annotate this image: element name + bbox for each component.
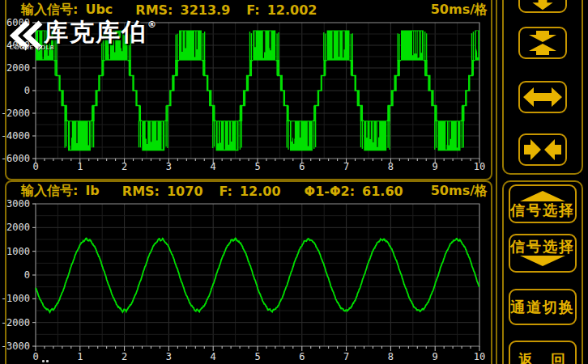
svg-text:9: 9 bbox=[432, 161, 438, 172]
freq-value: 12.002 bbox=[267, 2, 317, 18]
logo-registered-mark: ® bbox=[147, 19, 156, 30]
channel-switch-label: 通道切换 bbox=[510, 299, 575, 315]
compress-horizontal-button[interactable] bbox=[518, 133, 567, 166]
svg-text:1: 1 bbox=[77, 161, 83, 172]
brand-logo: 库克库伯 ® COOKE KOLB bbox=[6, 18, 156, 51]
rms-label: RMS: bbox=[122, 184, 160, 199]
svg-text:1: 1 bbox=[77, 351, 83, 362]
compress-vertical-button[interactable] bbox=[518, 27, 567, 59]
signal-name: Ubc bbox=[85, 2, 113, 19]
phase-label: Φ1-Φ2: bbox=[305, 184, 356, 199]
rms-value: 1070 bbox=[167, 184, 203, 199]
svg-text:10: 10 bbox=[474, 351, 485, 362]
svg-text:-3000: -3000 bbox=[1, 341, 30, 352]
svg-text:0: 0 bbox=[24, 85, 30, 96]
svg-text:-4000: -4000 bbox=[1, 130, 30, 142]
compress-horizontal-icon bbox=[520, 136, 565, 163]
svg-text:10: 10 bbox=[474, 161, 485, 172]
svg-text:5: 5 bbox=[254, 161, 260, 172]
signal-select-up-button[interactable]: 信号选择 bbox=[509, 184, 577, 223]
rms-label: RMS: bbox=[135, 2, 173, 18]
expand-horizontal-button[interactable] bbox=[518, 81, 567, 113]
logo-text: 库克库伯 bbox=[44, 18, 147, 47]
svg-text:0: 0 bbox=[24, 269, 30, 281]
return-button[interactable]: 返 回 bbox=[509, 341, 577, 364]
signal-name: Ib bbox=[85, 183, 99, 200]
svg-text:9: 9 bbox=[432, 351, 438, 362]
svg-text:7: 7 bbox=[343, 161, 349, 172]
bottom-waveform-chart: 3000200010000-1000-2000-3000012345678910 bbox=[0, 180, 491, 364]
svg-text:4: 4 bbox=[211, 161, 216, 172]
expand-horizontal-icon bbox=[520, 83, 565, 111]
arrow-up-icon bbox=[517, 189, 569, 202]
artifact-dots bbox=[42, 360, 45, 362]
signal-select-down-button[interactable]: 信号选择 bbox=[509, 234, 577, 273]
svg-text:-6000: -6000 bbox=[1, 153, 30, 164]
svg-text:2000: 2000 bbox=[6, 222, 30, 233]
timebase-value: 50ms/格 bbox=[431, 2, 488, 19]
signal-select-up-label: 信号选择 bbox=[510, 202, 575, 218]
svg-text:2: 2 bbox=[121, 351, 127, 362]
sidebar-divider bbox=[496, 0, 497, 364]
freq-label: F: bbox=[219, 184, 232, 199]
svg-text:-2000: -2000 bbox=[1, 108, 30, 119]
freq-label: F: bbox=[246, 2, 259, 18]
svg-text:3000: 3000 bbox=[6, 198, 30, 210]
svg-text:6: 6 bbox=[299, 161, 305, 172]
oscilloscope-screen: 6000400020000-2000-4000-6000012345678910… bbox=[0, 0, 588, 364]
top-header: 输入信号: Ubc RMS: 3213.9 F: 12.002 50ms/格 bbox=[21, 2, 488, 19]
compress-vertical-icon bbox=[520, 28, 565, 57]
svg-text:3: 3 bbox=[166, 161, 172, 172]
svg-text:2: 2 bbox=[121, 161, 127, 172]
svg-text:4: 4 bbox=[211, 351, 216, 362]
signal-label: 输入信号: bbox=[21, 2, 78, 19]
svg-text:0: 0 bbox=[32, 351, 38, 362]
svg-text:0: 0 bbox=[32, 161, 38, 172]
svg-text:7: 7 bbox=[343, 351, 349, 362]
svg-text:8: 8 bbox=[388, 351, 394, 362]
timebase-value: 50ms/格 bbox=[431, 183, 488, 200]
logo-subtext: COOKE KOLB bbox=[10, 44, 55, 51]
expand-vertical-button[interactable] bbox=[518, 0, 567, 13]
channel-switch-button[interactable]: 通道切换 bbox=[509, 289, 577, 325]
arrow-down-icon bbox=[517, 255, 569, 268]
svg-text:-2000: -2000 bbox=[1, 317, 30, 328]
svg-text:3: 3 bbox=[166, 351, 172, 362]
expand-vertical-icon bbox=[520, 0, 565, 11]
svg-text:6: 6 bbox=[299, 351, 305, 362]
svg-text:5: 5 bbox=[254, 351, 260, 362]
return-label: 返 回 bbox=[518, 352, 567, 364]
svg-text:-1000: -1000 bbox=[1, 293, 30, 304]
svg-text:2000: 2000 bbox=[6, 62, 30, 74]
svg-text:1000: 1000 bbox=[6, 246, 30, 257]
signal-select-down-label: 信号选择 bbox=[510, 239, 575, 255]
freq-value: 12.00 bbox=[240, 184, 281, 199]
signal-label: 输入信号: bbox=[21, 183, 78, 200]
rms-value: 3213.9 bbox=[181, 2, 231, 18]
phase-value: 61.60 bbox=[362, 184, 403, 199]
bottom-header: 输入信号: Ib RMS: 1070 F: 12.00 Φ1-Φ2: 61.60… bbox=[21, 183, 488, 200]
svg-text:8: 8 bbox=[388, 161, 394, 172]
